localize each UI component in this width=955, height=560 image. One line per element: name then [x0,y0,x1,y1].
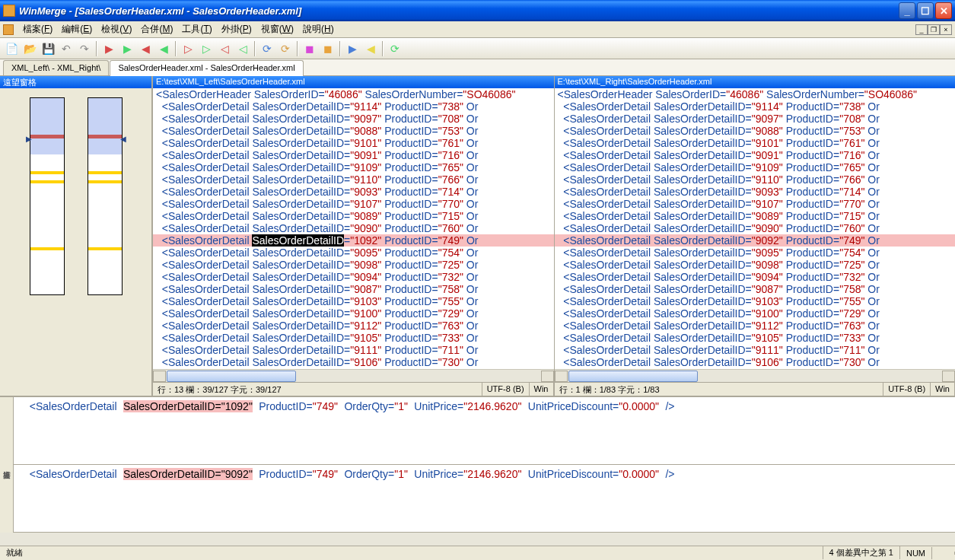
diff-pane-right: E:\test\XML_Right\SalesOrderHeader.xml <… [554,76,956,396]
toolbar-button[interactable]: ⟳ [387,40,403,57]
toolbar-button[interactable]: ▷ [180,40,196,57]
toolbar-button[interactable]: ▶ [344,40,361,57]
toolbar-button[interactable]: ⟳ [259,40,275,57]
window-title: WinMerge - [SalesOrderHeader.xml - Sales… [19,5,899,17]
status-spacer [932,552,955,555]
detail-h-scrollbar[interactable] [0,533,955,546]
main-area: 遠望窗格 ▶ ◀ [0,76,955,396]
toolbar-button[interactable]: ◀ [362,40,379,57]
left-encoding: UTF-8 (B) [482,383,530,396]
location-pane-title: 遠望窗格 [0,76,151,88]
right-cursor-pos: 行：1 欄：1/83 字元：1/83 [555,383,884,396]
left-file-path: E:\test\XML_Left\SalesOrderHeader.xml [153,76,554,88]
toolbar: 📄📂💾↶↷▶▶◀◀▷▷◁◁⟳⟳◼◼▶◀⟳ [0,38,955,59]
diff-pane-left: E:\test\XML_Left\SalesOrderHeader.xml <S… [152,76,554,396]
toolbar-button[interactable]: ◼ [320,40,336,57]
menu-item[interactable]: 視窗(W) [256,21,298,37]
titlebar: WinMerge - [SalesOrderHeader.xml - Sales… [0,0,955,21]
toolbar-button[interactable]: ⟳ [277,40,294,57]
diff-panes: E:\test\XML_Left\SalesOrderHeader.xml <S… [152,76,955,396]
toolbar-button[interactable]: 📄 [3,40,20,57]
document-tab[interactable]: XML_Left\ - XML_Right\ [3,60,109,75]
mdi-app-icon[interactable] [3,24,14,35]
toolbar-button[interactable]: ▶ [119,40,135,57]
right-file-path: E:\test\XML_Right\SalesOrderHeader.xml [555,76,956,88]
menu-item[interactable]: 工具(T) [177,21,216,37]
close-button[interactable]: ✕ [935,2,952,19]
locator-pointer-icon: ▶ [26,135,32,143]
toolbar-button[interactable]: ↶ [58,40,75,57]
left-h-scrollbar[interactable] [153,369,554,382]
menu-item[interactable]: 說明(H) [298,21,339,37]
left-statusbar: 行：13 欄：39/127 字元：39/127 UTF-8 (B) Win [153,382,554,396]
location-pane-body[interactable]: ▶ ◀ [0,88,151,396]
status-diff-position: 4 個差異中之第 1 [823,546,900,559]
toolbar-button[interactable]: ↷ [76,40,93,57]
toolbar-button[interactable]: ◀ [155,40,172,57]
status-ready: 就緒 [0,546,823,559]
document-tab[interactable]: SalesOrderHeader.xml - SalesOrderHeader.… [110,60,303,76]
detail-row-left[interactable]: <SalesOrderDetail SalesOrderDetailID="10… [14,397,955,465]
menu-item[interactable]: 檔案(F) [18,21,57,37]
right-eol: Win [931,383,955,396]
detail-pane: 近接窗格 <SalesOrderDetail SalesOrderDetailI… [0,396,955,533]
toolbar-button[interactable]: ◀ [137,40,154,57]
tabbar: XML_Left\ - XML_Right\SalesOrderHeader.x… [0,59,955,76]
menu-item[interactable]: 外掛(P) [217,21,256,37]
status-numlock: NUM [900,547,932,559]
right-h-scrollbar[interactable] [555,369,956,382]
mdi-restore-button[interactable]: ❐ [928,24,940,35]
toolbar-button[interactable]: 📂 [21,40,38,57]
location-bar-left[interactable]: ▶ [30,97,65,295]
left-eol: Win [530,383,554,396]
right-code-view[interactable]: <SalesOrderHeader SalesOrderID="46086" S… [555,88,956,369]
toolbar-button[interactable]: ◼ [301,40,318,57]
app-icon [3,5,15,17]
menu-item[interactable]: 編輯(E) [57,21,97,37]
maximize-button[interactable]: ☐ [917,2,934,19]
statusbar: 就緒 4 個差異中之第 1 NUM [0,546,955,559]
locator-pointer-icon: ◀ [120,135,126,143]
mdi-minimize-button[interactable]: _ [915,24,928,35]
mdi-close-button[interactable]: × [940,24,952,35]
detail-row-right[interactable]: <SalesOrderDetail SalesOrderDetailID="90… [14,465,955,533]
menu-item[interactable]: 檢視(V) [97,21,136,37]
menubar: 檔案(F)編輯(E)檢視(V)合併(M)工具(T)外掛(P)視窗(W)說明(H)… [0,21,955,38]
menu-item[interactable]: 合併(M) [136,21,177,37]
right-encoding: UTF-8 (B) [883,383,931,396]
location-pane: 遠望窗格 ▶ ◀ [0,76,152,396]
right-statusbar: 行：1 欄：1/83 字元：1/83 UTF-8 (B) Win [555,382,956,396]
minimize-button[interactable]: _ [899,2,915,19]
left-cursor-pos: 行：13 欄：39/127 字元：39/127 [153,383,482,396]
toolbar-button[interactable]: ◁ [216,40,233,57]
toolbar-button[interactable]: ▶ [100,40,117,57]
mdi-window-controls: _ ❐ × [915,24,952,35]
detail-gutter-label: 近接窗格 [0,397,14,533]
toolbar-button[interactable]: 💾 [40,40,56,57]
toolbar-button[interactable]: ◁ [234,40,251,57]
left-code-view[interactable]: <SalesOrderHeader SalesOrderID="46086" S… [153,88,554,369]
location-bar-right[interactable]: ◀ [88,97,123,295]
toolbar-button[interactable]: ▷ [198,40,215,57]
window-controls: _ ☐ ✕ [899,2,952,19]
